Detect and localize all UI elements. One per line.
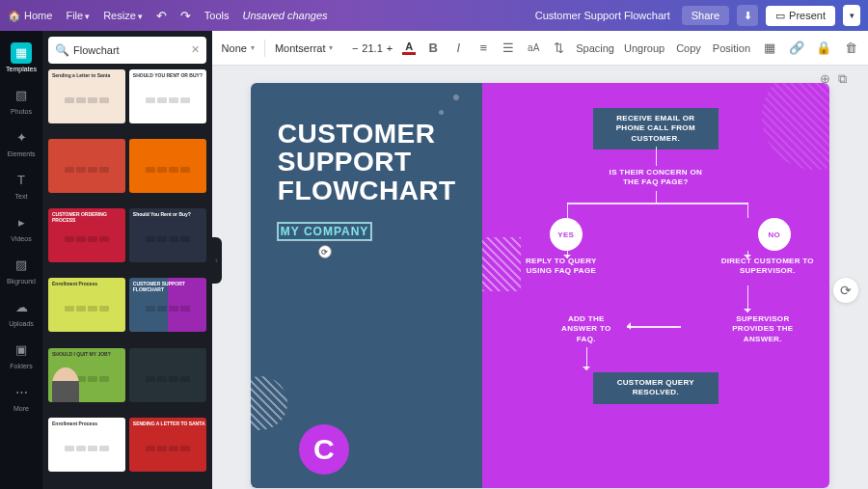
italic-button[interactable]: I [450,41,466,56]
undo-icon[interactable]: ↶ [156,9,167,23]
editor-area: None▾ Montserrat▾ − 21.1 + A B I ≡ ☰ aA … [212,31,868,489]
link-icon[interactable]: 🔗 [789,41,804,56]
template-thumbnail[interactable] [48,139,125,193]
flow-text-direct[interactable]: DIRECT CUSTOMER TO SUPERVISOR. [719,257,816,277]
transparency-icon[interactable]: ▦ [762,41,777,56]
flow-text-provides[interactable]: SUPERVISOR PROVIDES THE ANSWER. [719,314,806,344]
company-logo[interactable]: C [299,424,349,475]
clear-search-icon[interactable]: ✕ [191,43,200,56]
delete-icon[interactable]: 🗑 [843,41,858,56]
rail-bkground[interactable]: ▨Bkground [0,249,42,289]
videos-icon: ▸ [11,212,32,233]
template-thumbnail[interactable]: CUSTOMER SUPPORT FLOWCHART [129,278,206,332]
search-icon: 🔍 [55,43,69,57]
effects-select[interactable]: None▾ [222,42,255,54]
folders-icon: ▣ [11,340,32,361]
rail-uploads[interactable]: ☁Uploads [0,291,42,332]
tools-menu[interactable]: Tools [204,10,230,21]
flow-box-resolved[interactable]: CUSTOMER QUERY RESOLVED. [593,372,719,404]
resize-menu[interactable]: Resize▾ [103,10,143,21]
flow-text-reply[interactable]: REPLY TO QUERY USING FAQ PAGE [513,257,610,277]
rail-folders[interactable]: ▣Folders [0,334,42,374]
present-button[interactable]: ▭ Present [766,6,835,26]
line-height-button[interactable]: ⇅ [551,41,566,56]
home-menu[interactable]: 🏠 Home [8,10,52,22]
copy-button[interactable]: Copy [676,42,701,54]
canvas-right-panel: RECEIVE EMAIL OR PHONE CALL FROM CUSTOME… [482,83,829,488]
spacing-button[interactable]: Spacing [576,42,614,54]
template-thumbnail[interactable]: Enrollment Process [48,418,125,472]
lock-icon[interactable]: 🔒 [816,41,831,56]
template-thumbnail[interactable]: Should You Rent or Buy? [129,208,206,262]
template-thumbnail[interactable]: SHOULD I QUIT MY JOB? [48,348,125,402]
position-button[interactable]: Position [713,42,750,54]
top-menu-bar: 🏠 Home File▾ Resize▾ ↶ ↷ Tools Unsaved c… [0,0,868,31]
flowchart-container: RECEIVE EMAIL OR PHONE CALL FROM CUSTOME… [482,83,829,488]
download-button[interactable]: ⬇ [737,5,758,26]
template-grid: Sending a Letter to SantaSHOULD YOU RENT… [48,69,206,483]
flow-box-receive[interactable]: RECEIVE EMAIL OR PHONE CALL FROM CUSTOME… [593,108,719,149]
rail-text[interactable]: TText [0,164,42,204]
ungroup-button[interactable]: Ungroup [624,42,665,54]
canvas-subtitle-selected[interactable]: MY COMPANY ⟳ [278,223,372,240]
rail-more[interactable]: ⋯More [0,376,42,417]
template-thumbnail[interactable]: Sending a Letter to Santa [48,69,125,123]
template-thumbnail[interactable] [129,139,206,193]
share-button[interactable]: Share [682,6,729,25]
redo-icon[interactable]: ↷ [180,9,191,23]
photos-icon: ▧ [11,85,32,106]
rotate-handle-icon[interactable]: ⟳ [318,245,332,258]
panel-collapse-handle[interactable]: ‹ [212,237,222,284]
uploads-icon: ☁ [11,297,32,318]
flow-text-faq[interactable]: IS THEIR CONCERN ON THE FAQ PAGE? [603,168,709,188]
align-button[interactable]: ≡ [475,41,491,56]
decoration-dot [439,110,444,115]
template-thumbnail[interactable] [129,348,206,402]
text-toolbar: None▾ Montserrat▾ − 21.1 + A B I ≡ ☰ aA … [212,31,868,66]
templates-icon: ▦ [11,42,32,64]
template-thumbnail[interactable]: SHOULD YOU RENT OR BUY? [129,69,206,123]
text-color-button[interactable]: A [402,41,416,55]
template-thumbnail[interactable]: SENDING A LETTER TO SANTA [129,418,206,472]
rail-elements[interactable]: ✦Elements [0,122,42,162]
bold-button[interactable]: B [425,41,441,56]
text-icon: T [11,170,32,191]
save-status: Unsaved changes [242,10,327,21]
templates-panel: 🔍 ✕ Sending a Letter to SantaSHOULD YOU … [42,31,212,489]
more-icon: ⋯ [11,382,32,403]
uppercase-button[interactable]: aA [526,41,541,56]
list-button[interactable]: ☰ [501,41,516,56]
canvas-left-panel: CUSTOMER SUPPORT FLOWCHART MY COMPANY ⟳ … [251,83,482,488]
template-thumbnail[interactable]: CUSTOMER ORDERING PROCESS [48,208,125,262]
duplicate-page-icon[interactable]: ⧉ [838,71,847,87]
present-dropdown[interactable]: ▾ [843,5,860,26]
rail-videos[interactable]: ▸Videos [0,206,42,247]
document-title[interactable]: Customer Support Flowchart [535,10,670,21]
rail-photos[interactable]: ▧Photos [0,79,42,120]
side-rail: ▦Templates▧Photos✦ElementsTText▸Videos▨B… [0,31,42,489]
decoration-dot [453,95,459,100]
template-thumbnail[interactable]: Enrollment Process [48,278,125,332]
rail-templates[interactable]: ▦Templates [0,37,42,77]
font-select[interactable]: Montserrat▾ [275,42,342,54]
bkground-icon: ▨ [11,255,32,276]
decoration-stripes [251,376,287,430]
file-menu[interactable]: File▾ [66,10,90,21]
elements-icon: ✦ [11,127,32,149]
font-size-select[interactable]: − 21.1 + [352,42,393,54]
flow-text-add[interactable]: ADD THE ANSWER TO FAQ. [552,314,621,344]
flow-yes-circle[interactable]: YES [550,218,583,251]
search-input[interactable] [48,37,206,64]
canvas-title[interactable]: CUSTOMER SUPPORT FLOWCHART [278,120,482,204]
refresh-icon[interactable]: ⟳ [833,278,858,303]
design-canvas[interactable]: CUSTOMER SUPPORT FLOWCHART MY COMPANY ⟳ … [251,83,829,488]
flow-no-circle[interactable]: NO [758,218,791,251]
canvas-viewport[interactable]: ⊕ ⧉ CUSTOMER SUPPORT FLOWCHART MY COMPAN… [212,66,868,489]
